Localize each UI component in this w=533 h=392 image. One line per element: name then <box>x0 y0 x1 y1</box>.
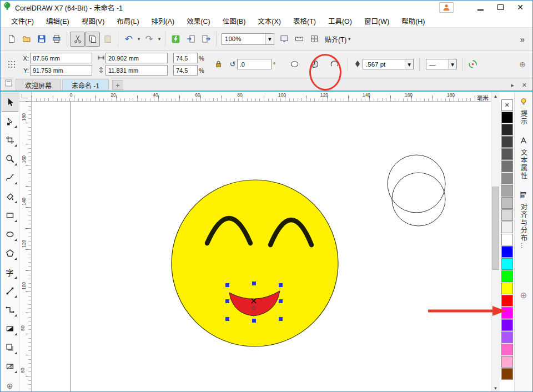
color-swatch[interactable] <box>501 197 513 209</box>
zoom-dropdown-icon[interactable]: ▾ <box>265 34 274 44</box>
color-swatch[interactable] <box>501 258 513 270</box>
color-swatch[interactable] <box>501 295 513 306</box>
scrollbar-thumb[interactable] <box>492 187 499 270</box>
outline-width-dropdown-icon[interactable]: ▾ <box>405 59 413 69</box>
menu-item-effects[interactable]: 效果(C) <box>180 14 216 27</box>
zoom-level-combo[interactable]: 100% ▾ <box>222 33 274 45</box>
smart-fill-tool[interactable] <box>2 187 18 206</box>
save-button[interactable] <box>34 32 49 47</box>
menu-item-file[interactable]: 文件(F) <box>5 14 40 27</box>
selection-handle[interactable] <box>225 299 229 303</box>
toolbar-overflow-button[interactable]: » <box>516 34 529 44</box>
scroll-up-icon[interactable]: ▲ <box>491 92 500 100</box>
interactive-fill-tool[interactable] <box>2 319 18 338</box>
color-swatch[interactable] <box>501 283 513 294</box>
scale-x-input[interactable]: 74.5 <box>173 53 198 63</box>
horizontal-ruler[interactable]: 毫米 020406080100120140160180 <box>32 92 491 102</box>
selection-handle[interactable] <box>279 317 283 321</box>
maximize-button[interactable] <box>490 1 510 13</box>
ellipse-tool[interactable] <box>2 225 18 244</box>
color-swatch[interactable] <box>501 185 513 197</box>
color-swatch[interactable] <box>501 112 513 123</box>
import-button[interactable] <box>183 32 198 47</box>
scroll-down-icon[interactable]: ▼ <box>491 384 500 392</box>
docker-close-icon[interactable]: ✕ <box>522 82 527 89</box>
selection-handle[interactable] <box>225 317 229 321</box>
color-swatch[interactable] <box>501 234 513 245</box>
application-launcher-button[interactable] <box>168 32 183 47</box>
color-swatch[interactable] <box>501 136 513 148</box>
toolbox-more-button[interactable]: ⊕ <box>7 381 13 390</box>
color-swatch[interactable] <box>501 209 513 221</box>
docker-tab-hints[interactable]: 提示 <box>519 95 529 128</box>
menu-item-tools[interactable]: 工具(O) <box>322 14 358 27</box>
color-swatch[interactable] <box>501 344 513 355</box>
line-style-combo[interactable]: — ▾ <box>426 59 457 69</box>
new-document-button[interactable] <box>4 32 19 47</box>
zoom-tool[interactable] <box>2 149 18 168</box>
menu-item-arrange[interactable]: 排列(A) <box>145 14 181 27</box>
color-swatch[interactable] <box>501 124 513 135</box>
tab-welcome-screen[interactable]: 欢迎屏幕 <box>16 79 61 91</box>
outline-circle-2[interactable] <box>392 173 445 226</box>
selection-handle[interactable] <box>225 283 229 287</box>
palette-expand-button[interactable]: ⊕ <box>520 290 527 300</box>
menu-item-view[interactable]: 视图(V) <box>76 14 111 27</box>
crop-tool[interactable] <box>2 130 18 149</box>
rotation-angle-input[interactable]: .0 <box>237 59 271 69</box>
quick-customize-button[interactable]: ⊕ <box>519 60 528 69</box>
transparency-tool[interactable] <box>2 357 18 376</box>
vertical-scrollbar[interactable]: ▲ ▼ <box>491 92 500 392</box>
menu-item-layout[interactable]: 布局(L) <box>110 14 145 27</box>
color-swatch[interactable] <box>501 160 513 172</box>
undo-button[interactable]: ↶ <box>121 32 136 47</box>
color-swatch[interactable] <box>501 356 513 368</box>
selection-handle[interactable] <box>279 283 283 287</box>
snap-to-button[interactable]: 贴齐(T) ▾ <box>321 34 355 44</box>
color-swatch[interactable] <box>501 148 513 160</box>
redo-dropdown[interactable]: ▾ <box>157 36 162 42</box>
tab-untitled-document[interactable]: 未命名 -1 <box>62 79 109 91</box>
paste-button[interactable] <box>100 32 115 47</box>
connector-tool[interactable] <box>2 300 18 319</box>
menu-item-help[interactable]: 帮助(H) <box>395 14 431 27</box>
undo-dropdown[interactable]: ▾ <box>136 36 142 42</box>
shape-tool[interactable] <box>2 112 18 130</box>
fullscreen-preview-button[interactable] <box>276 32 291 47</box>
color-swatch[interactable] <box>501 173 513 184</box>
ellipse-mode-button[interactable] <box>288 58 301 71</box>
user-account-button[interactable] <box>439 2 454 13</box>
cut-button[interactable] <box>70 32 85 47</box>
color-swatch[interactable] <box>501 319 513 331</box>
scale-y-input[interactable]: 74.5 <box>173 65 198 76</box>
show-rulers-button[interactable] <box>291 32 306 47</box>
lock-ratio-button[interactable] <box>212 58 225 71</box>
drop-shadow-tool[interactable] <box>2 338 18 357</box>
color-swatch[interactable] <box>501 270 513 282</box>
y-position-input[interactable]: 91.753 mm <box>30 65 92 76</box>
print-button[interactable] <box>49 32 64 47</box>
x-position-input[interactable]: 87.56 mm <box>30 53 92 63</box>
selection-handle[interactable] <box>279 299 283 303</box>
text-tool[interactable]: 字 <box>2 263 18 282</box>
vertical-ruler[interactable]: 1801601401201008060 <box>19 102 32 392</box>
open-button[interactable] <box>19 32 34 47</box>
minimize-button[interactable] <box>470 1 490 13</box>
canvas[interactable] <box>32 102 491 392</box>
menu-item-table[interactable]: 表格(T) <box>287 14 322 27</box>
polygon-tool[interactable] <box>2 244 18 263</box>
object-width-input[interactable]: 20.902 mm <box>105 53 168 63</box>
wrap-direction-icon[interactable] <box>466 58 479 71</box>
no-color-swatch[interactable]: ✕ <box>501 99 513 111</box>
parallel-dimension-tool[interactable] <box>2 282 18 300</box>
rectangle-tool[interactable] <box>2 206 18 225</box>
selection-handle[interactable] <box>252 282 256 285</box>
menu-item-window[interactable]: 窗口(W) <box>358 14 395 27</box>
pick-tool[interactable] <box>2 93 18 112</box>
redo-button[interactable]: ↷ <box>142 32 157 47</box>
menu-item-text[interactable]: 文本(X) <box>252 14 287 27</box>
selection-handle[interactable] <box>252 319 256 323</box>
color-swatch[interactable] <box>501 246 513 258</box>
copy-button[interactable] <box>85 32 100 47</box>
object-height-input[interactable]: 11.831 mm <box>105 65 168 76</box>
